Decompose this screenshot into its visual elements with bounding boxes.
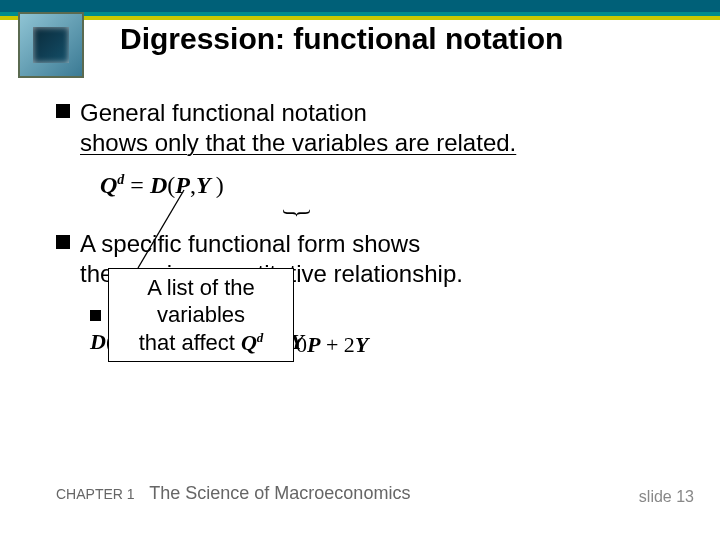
slide-title: Digression: functional notation — [120, 22, 563, 56]
pr-plus: + 2 — [320, 332, 354, 357]
callout-sup: d — [257, 329, 264, 344]
slide-number: slide 13 — [639, 488, 694, 506]
bullet-square-icon — [56, 104, 70, 118]
footer-chapter: CHAPTER 1 — [56, 486, 135, 502]
bullet-1-line-a: General functional notation — [80, 99, 367, 126]
curly-brace-icon: } — [279, 208, 315, 219]
eq1-close: ) — [216, 172, 224, 198]
header-yellow-bar — [0, 16, 720, 20]
callout-text: A list of the variables that affect Qd — [139, 274, 264, 357]
eq1-Y: Y — [196, 172, 216, 198]
sub-bullet-square-icon — [90, 310, 101, 321]
bullet-1-text: General functional notation shows only t… — [80, 98, 516, 158]
footer: CHAPTER 1 The Science of Macroeconomics — [56, 483, 410, 504]
callout-connector-line — [132, 186, 188, 272]
pr-P: P — [307, 332, 320, 357]
callout-box: A list of the variables that affect Qd — [108, 268, 294, 362]
bullet-square-icon — [56, 235, 70, 249]
logo-icon — [18, 12, 84, 78]
logo-inner-square — [33, 27, 69, 63]
b2-pre: A — [80, 230, 101, 257]
b2-post: shows — [345, 230, 420, 257]
eq1-Q: Q — [100, 172, 117, 198]
callout-line-1: A list of the — [147, 275, 255, 300]
callout-line-2: variables — [157, 302, 245, 327]
bullet-1-line-b: shows only that the variables are relate… — [80, 129, 516, 156]
bullet-1: General functional notation shows only t… — [56, 98, 676, 158]
header-dark-bar — [0, 0, 720, 12]
pr-num: 0 — [296, 332, 307, 357]
svg-line-0 — [138, 190, 184, 268]
pr-Y: Y — [355, 332, 368, 357]
callout-Q: Q — [241, 330, 257, 355]
footer-title: The Science of Macroeconomics — [149, 483, 410, 503]
partial-eq-right: 0P + 2Y — [296, 332, 368, 358]
eq2-D: D — [90, 329, 106, 354]
callout-line-3a: that affect — [139, 330, 241, 355]
bullet-1-underline: shows only that the variables are relate… — [80, 129, 516, 156]
